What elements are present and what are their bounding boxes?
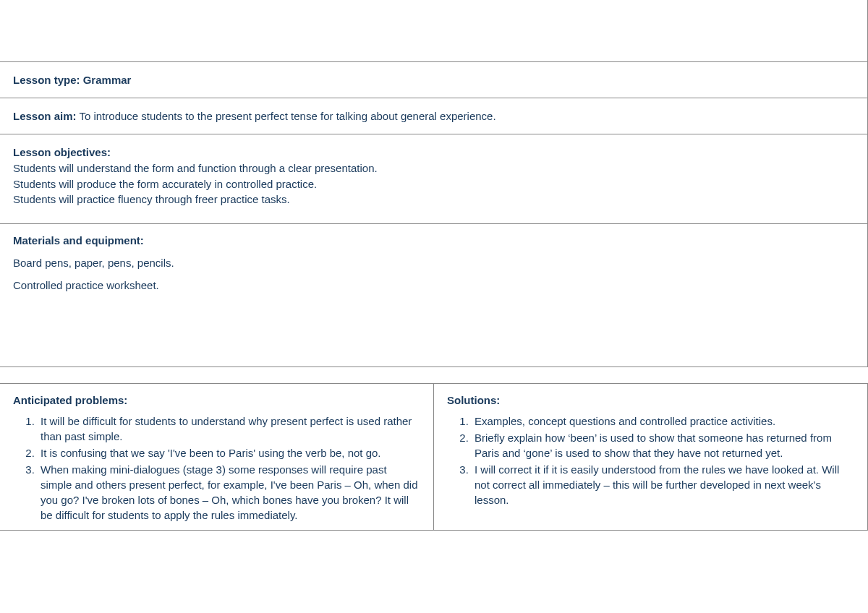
lesson-type-row: Lesson type: Grammar — [0, 61, 868, 98]
anticipated-problems-cell: Anticipated problems: It will be difficu… — [0, 383, 434, 530]
materials-line: Controlled practice worksheet. — [13, 279, 854, 291]
blank-header-row — [0, 0, 868, 61]
materials-row: Materials and equipment: Board pens, pap… — [0, 223, 868, 367]
lesson-type-value: Grammar — [83, 74, 132, 86]
list-item: I will correct it if it is easily unders… — [472, 462, 854, 507]
solutions-cell: Solutions: Examples, concept questions a… — [434, 383, 867, 530]
lesson-objectives-row: Lesson objectives: Students will underst… — [0, 134, 868, 223]
list-item: Briefly explain how ‘been’ is used to sh… — [472, 430, 854, 460]
lesson-type-label: Lesson type: — [13, 74, 80, 86]
list-item: Examples, concept questions and controll… — [472, 413, 854, 429]
anticipated-problems-label: Anticipated problems: — [13, 394, 420, 406]
objective-line: Students will practice fluency through f… — [13, 192, 854, 207]
solutions-label: Solutions: — [447, 394, 854, 406]
objective-line: Students will produce the form accuratel… — [13, 176, 854, 192]
lesson-aim-label: Lesson aim: — [13, 110, 77, 122]
problems-solutions-row: Anticipated problems: It will be difficu… — [0, 383, 868, 531]
problem-list: It will be difficult for students to und… — [13, 413, 420, 523]
list-item: It will be difficult for students to und… — [38, 413, 420, 444]
solution-list: Examples, concept questions and controll… — [447, 413, 854, 507]
objective-line: Students will understand the form and fu… — [13, 160, 854, 176]
materials-line: Board pens, paper, pens, pencils. — [13, 257, 854, 269]
lesson-objectives-label: Lesson objectives: — [13, 145, 854, 160]
lesson-aim-row: Lesson aim: To introduce students to the… — [0, 98, 868, 134]
lesson-aim-value: To introduce students to the present per… — [79, 110, 495, 122]
list-item: When making mini-dialogues (stage 3) som… — [38, 462, 420, 523]
list-item: It is confusing that we say 'I've been t… — [38, 445, 420, 460]
materials-label: Materials and equipment: — [13, 234, 854, 247]
